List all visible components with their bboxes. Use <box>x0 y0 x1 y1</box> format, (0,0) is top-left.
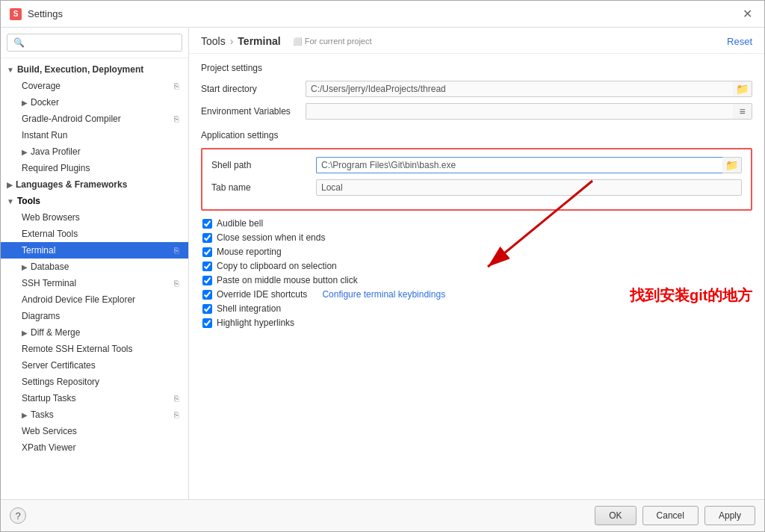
env-variables-browse-button[interactable]: ≡ <box>733 103 752 120</box>
sidebar-item-label: Docker <box>31 97 59 108</box>
sidebar-item-external-tools[interactable]: External Tools <box>1 226 188 242</box>
override-ide-checkbox[interactable] <box>202 290 212 300</box>
sidebar-item-build-execution[interactable]: ▼ Build, Execution, Deployment <box>1 61 188 78</box>
sidebar-item-remote-ssh[interactable]: Remote SSH External Tools <box>1 341 188 357</box>
ok-button[interactable]: OK <box>595 506 636 525</box>
sidebar-item-web-browsers[interactable]: Web Browsers <box>1 209 188 226</box>
copy-clipboard-checkbox[interactable] <box>202 262 212 271</box>
sidebar-item-label: Terminal <box>22 245 55 256</box>
sidebar-item-label: Required Plugins <box>22 163 90 173</box>
help-button[interactable]: ? <box>10 507 26 524</box>
breadcrumb-separator: › <box>230 35 234 47</box>
start-directory-row: Start directory 📁 <box>201 81 752 97</box>
settings-dialog: S Settings ✕ ▼ Build, Execution, Deploym… <box>0 0 765 532</box>
copy-icon: ⎘ <box>174 114 179 123</box>
copy-icon: ⎘ <box>174 410 179 419</box>
shell-integration-label: Shell integration <box>217 303 281 314</box>
paste-middle-label: Paste on middle mouse button click <box>217 275 358 285</box>
copy-icon: ⎘ <box>174 394 179 403</box>
title-bar: S Settings ✕ <box>1 1 764 28</box>
expand-icon: ▶ <box>22 411 28 419</box>
sidebar-item-database[interactable]: ▶ Database <box>1 259 188 275</box>
reset-button[interactable]: Reset <box>727 36 752 47</box>
close-button[interactable]: ✕ <box>740 7 755 21</box>
mouse-reporting-checkbox[interactable] <box>202 247 212 257</box>
checkbox-override-ide: Override IDE shortcuts Configure termina… <box>201 289 752 300</box>
sidebar-item-label: External Tools <box>22 229 78 239</box>
search-box <box>1 28 188 58</box>
audible-bell-checkbox[interactable] <box>202 219 212 229</box>
configure-keybindings-link[interactable]: Configure terminal keybindings <box>322 289 445 300</box>
start-directory-browse-button[interactable]: 📁 <box>733 81 752 97</box>
sidebar-item-tasks[interactable]: ▶ Tasks ⎘ <box>1 406 188 423</box>
sidebar-item-label: Android Device File Explorer <box>22 294 135 305</box>
app-settings-label: Application settings <box>201 130 752 140</box>
sidebar-item-diagrams[interactable]: Diagrams <box>1 308 188 324</box>
shell-path-input[interactable] <box>316 157 722 173</box>
sidebar-item-docker[interactable]: ▶ Docker <box>1 94 188 111</box>
expand-icon: ▶ <box>22 99 28 107</box>
sidebar-item-instant-run[interactable]: Instant Run <box>1 127 188 143</box>
cancel-button[interactable]: Cancel <box>642 506 699 525</box>
main-content: Project settings Start directory 📁 Envir… <box>189 54 764 499</box>
sidebar-item-label: Coverage <box>22 81 61 91</box>
checkbox-paste-middle: Paste on middle mouse button click <box>201 275 752 285</box>
copy-icon: ⎘ <box>174 81 179 90</box>
sidebar-item-label: Gradle-Android Compiler <box>22 114 121 124</box>
expand-icon: ▼ <box>7 197 14 205</box>
sidebar-item-web-services[interactable]: Web Services <box>1 423 188 439</box>
sidebar-item-label: Diagrams <box>22 311 60 321</box>
sidebar-item-required-plugins[interactable]: Required Plugins <box>1 160 188 176</box>
sidebar-item-label: Server Certificates <box>22 360 96 371</box>
highlight-hyperlinks-checkbox[interactable] <box>202 318 212 328</box>
sidebar-item-gradle-android[interactable]: Gradle-Android Compiler ⎘ <box>1 111 188 127</box>
title-bar-left: S Settings <box>10 8 63 20</box>
checkbox-highlight-hyperlinks: Highlight hyperlinks <box>201 318 752 328</box>
copy-icon: ⎘ <box>174 246 179 255</box>
shell-path-label: Shell path <box>211 160 316 170</box>
checkbox-audible-bell: Audible bell <box>201 218 752 229</box>
tab-name-label: Tab name <box>211 182 316 193</box>
paste-middle-checkbox[interactable] <box>202 276 212 285</box>
sidebar-item-android-device[interactable]: Android Device File Explorer <box>1 291 188 308</box>
sidebar-item-terminal[interactable]: Terminal ⎘ <box>1 242 188 259</box>
sidebar-item-label: Startup Tasks <box>22 393 75 403</box>
apply-button[interactable]: Apply <box>704 506 755 525</box>
sidebar-item-label: Remote SSH External Tools <box>22 344 133 354</box>
start-directory-label: Start directory <box>201 84 306 94</box>
project-settings-label: Project settings <box>201 63 752 73</box>
sidebar-item-server-certs[interactable]: Server Certificates <box>1 357 188 374</box>
app-settings-box: Shell path 📁 Tab name <box>201 148 752 211</box>
tab-name-input[interactable] <box>316 179 742 196</box>
nav-tree: ▼ Build, Execution, Deployment Coverage … <box>1 58 188 499</box>
sidebar-item-java-profiler[interactable]: ▶ Java Profiler <box>1 143 188 160</box>
sidebar-item-startup-tasks[interactable]: Startup Tasks ⎘ <box>1 390 188 406</box>
sidebar-item-label: Web Services <box>22 426 77 436</box>
env-variables-input[interactable] <box>306 103 733 120</box>
search-input[interactable] <box>7 34 182 52</box>
env-variables-label: Environment Variables <box>201 106 306 117</box>
shell-integration-checkbox[interactable] <box>202 304 212 314</box>
sidebar-item-diff-merge[interactable]: ▶ Diff & Merge <box>1 324 188 341</box>
sidebar-item-label: Java Profiler <box>31 146 81 157</box>
sidebar-item-label: Diff & Merge <box>31 327 80 338</box>
close-session-checkbox[interactable] <box>202 233 212 243</box>
sidebar: ▼ Build, Execution, Deployment Coverage … <box>1 28 189 499</box>
main-panel: Tools › Terminal ⬜ For current project R… <box>189 28 764 499</box>
window-title: Settings <box>28 8 63 19</box>
sidebar-item-xpath-viewer[interactable]: XPath Viewer <box>1 439 188 456</box>
sidebar-item-languages-frameworks[interactable]: ▶ Languages & Frameworks <box>1 176 188 193</box>
shell-path-field: 📁 <box>316 157 742 173</box>
sidebar-item-tools[interactable]: ▼ Tools <box>1 193 188 209</box>
close-session-label: Close session when it ends <box>217 232 325 243</box>
shell-path-browse-button[interactable]: 📁 <box>722 157 742 173</box>
sidebar-item-settings-repo[interactable]: Settings Repository <box>1 374 188 390</box>
app-icon: S <box>10 8 22 20</box>
sidebar-item-ssh-terminal[interactable]: SSH Terminal ⎘ <box>1 275 188 291</box>
sidebar-item-label: Languages & Frameworks <box>16 179 127 190</box>
sidebar-item-label: Tasks <box>31 409 54 420</box>
content-area: ▼ Build, Execution, Deployment Coverage … <box>1 28 764 499</box>
start-directory-input[interactable] <box>306 81 733 97</box>
sidebar-item-coverage[interactable]: Coverage ⎘ <box>1 78 188 94</box>
main-header: Tools › Terminal ⬜ For current project R… <box>189 28 764 54</box>
